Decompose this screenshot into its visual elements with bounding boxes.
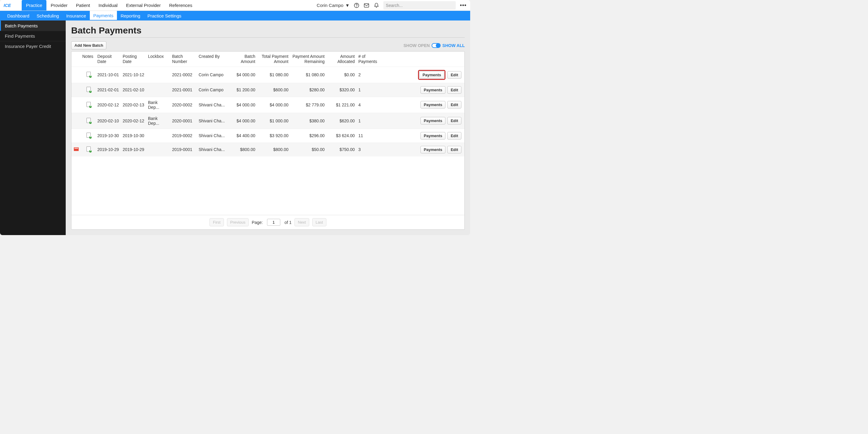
note-add-icon[interactable]: + [87,72,91,77]
column-header: # of Payments [357,52,381,67]
edit-button[interactable]: Edit [447,86,461,94]
notes-cell: + [81,143,96,156]
lockbox-cell [147,143,171,156]
table-row: +2020-02-102020-02-12Bank Dep...2020-000… [71,113,464,129]
column-header [71,52,81,67]
batch-number-cell: 2021-0002 [171,67,197,83]
add-new-batch-button[interactable]: Add New Batch [71,41,106,50]
pager-next-button[interactable]: Next [294,218,309,226]
note-add-icon[interactable]: + [87,147,91,152]
lockbox-cell [147,129,171,143]
edit-button[interactable]: Edit [447,101,461,108]
payments-count-cell: 2 [357,67,381,83]
subnav-item-scheduling[interactable]: Scheduling [33,11,62,21]
total-payment-cell: $1 000.00 [258,113,291,129]
actions-cell: PaymentsEdit [381,67,464,83]
subnav-item-dashboard[interactable]: Dashboard [4,11,33,21]
divider [71,37,465,38]
sidebar-item-find-payments[interactable]: Find Payments [0,31,66,41]
payments-button[interactable]: Payments [421,117,445,124]
column-header: Deposit Date [96,52,121,67]
remaining-cell: $380.00 [291,113,327,129]
mail-icon[interactable] [364,3,370,8]
batch-number-cell: 2021-0001 [171,83,197,97]
pager-page-input[interactable] [267,219,280,226]
deposit-date-cell: 2021-10-01 [96,67,121,83]
show-all-toggle[interactable] [432,43,441,48]
user-menu[interactable]: Corin Campo ▼ [317,3,350,8]
search-input[interactable] [383,1,456,10]
column-header: Batch Amount [230,52,258,67]
edit-button[interactable]: Edit [447,132,461,140]
note-add-icon[interactable]: + [87,118,91,123]
payments-count-cell: 1 [357,113,381,129]
pager-last-button[interactable]: Last [312,218,327,226]
lockbox-cell [147,83,171,97]
posting-date-cell: 2021-10-12 [121,67,147,83]
column-header: Batch Number [171,52,197,67]
remaining-cell: $50.00 [291,143,327,156]
pager-first-button[interactable]: First [210,218,224,226]
topbar: ICE PracticeProviderPatientIndividualExt… [0,0,470,11]
remaining-cell: $296.00 [291,129,327,143]
topnav-item-provider[interactable]: Provider [46,0,72,10]
pager-page-label: Page: [252,220,263,225]
subnav-item-payments[interactable]: Payments [90,11,117,21]
batch-number-cell: 2019-0001 [171,143,197,156]
subnav-item-insurance[interactable]: Insurance [63,11,90,21]
topnav: PracticeProviderPatientIndividualExterna… [22,0,196,10]
highlighted-payments-button: Payments [418,70,445,80]
svg-text:ICE: ICE [4,3,11,7]
payments-button[interactable]: Payments [421,86,445,94]
attachment-cell [71,129,81,143]
payments-button[interactable]: Payments [421,132,445,140]
created-by-cell: Corin Campo [197,83,230,97]
sidebar-item-batch-payments[interactable]: Batch Payments [0,21,66,31]
pdf-icon[interactable] [74,147,79,151]
edit-button[interactable]: Edit [447,71,461,79]
edit-button[interactable]: Edit [447,117,461,124]
remaining-cell: $2 779.00 [291,97,327,113]
sidebar-item-insurance-payer-credit[interactable]: Insurance Payer Credit [0,41,66,51]
subnav-item-practice-settings[interactable]: Practice Settings [144,11,185,21]
payments-button[interactable]: Payments [419,71,444,79]
note-add-icon[interactable]: + [87,133,91,138]
table-row: +2019-10-292019-10-292019-0001Shivani Ch… [71,143,464,156]
payments-button[interactable]: Payments [421,101,445,108]
topnav-item-external-provider[interactable]: External Provider [122,0,165,10]
notes-cell: + [81,67,96,83]
attachment-cell [71,83,81,97]
topnav-item-patient[interactable]: Patient [72,0,94,10]
payments-button[interactable]: Payments [421,146,445,153]
actions-cell: PaymentsEdit [381,143,464,156]
note-add-icon[interactable]: + [87,87,91,92]
deposit-date-cell: 2020-02-10 [96,113,121,129]
topnav-item-practice[interactable]: Practice [22,0,46,10]
more-menu-icon[interactable]: ••• [460,2,467,8]
remaining-cell: $280.00 [291,83,327,97]
pager-previous-button[interactable]: Previous [227,218,249,226]
actions-cell: PaymentsEdit [381,113,464,129]
edit-button[interactable]: Edit [447,146,461,153]
topnav-item-individual[interactable]: Individual [94,0,122,10]
page-title: Batch Payments [71,25,465,36]
table-row: +2021-10-012021-10-122021-0002Corin Camp… [71,67,464,83]
posting-date-cell: 2020-02-12 [121,113,147,129]
column-header [381,52,464,67]
table-row: +2019-10-302019-10-302019-0002Shivani Ch… [71,129,464,143]
posting-date-cell: 2021-02-10 [121,83,147,97]
help-icon[interactable] [354,3,359,8]
total-payment-cell: $600.00 [258,83,291,97]
total-payment-cell: $1 080.00 [258,67,291,83]
sidebar: Batch PaymentsFind PaymentsInsurance Pay… [0,21,66,235]
batch-amount-cell: $4 000.00 [230,113,258,129]
batch-amount-cell: $1 200.00 [230,83,258,97]
allocated-cell: $1 221.00 [327,97,357,113]
topnav-item-references[interactable]: References [165,0,196,10]
subnav-item-reporting[interactable]: Reporting [117,11,144,21]
attachment-cell [71,67,81,83]
posting-date-cell: 2019-10-29 [121,143,147,156]
note-add-icon[interactable]: + [87,102,91,107]
column-header: Amount Allocated [327,52,357,67]
bell-icon[interactable] [374,3,379,8]
